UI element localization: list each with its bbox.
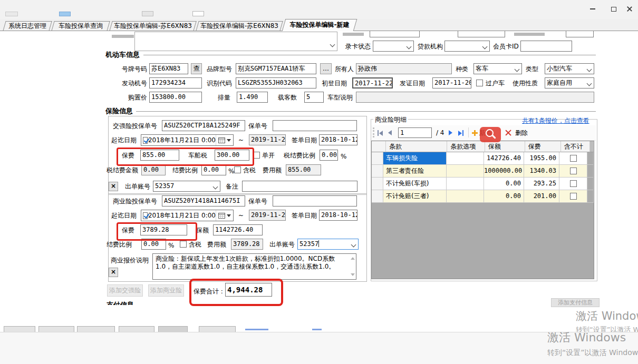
comm-with-tax-checkbox[interactable] [180,241,187,248]
ctp-tax-fee-rate-input[interactable]: 0.00 [320,150,338,161]
brand-more-button[interactable]: … [320,63,332,74]
table-row[interactable]: 第三者责任险 1000000.00 1340.03 [372,165,594,178]
comm-account-select[interactable]: 52357 [297,239,359,250]
scroll-down-icon[interactable] [351,273,355,276]
loan-org-select[interactable] [444,41,490,52]
ctp-cert-label: 保单号 [248,121,267,131]
comm-policy-input[interactable]: ASUZ520Y1418A114675I [162,195,245,206]
ctp-vessel-tax-input[interactable]: 300.00 [215,150,249,161]
scroll-up-icon[interactable] [351,257,355,260]
tab-policy-edit-1[interactable]: 车险投保单编辑-苏E6XN83 [109,21,196,31]
kind-select[interactable]: 客车 [473,63,522,74]
total-premium-field: 4,944.28 [225,283,272,297]
date-enabled-checkbox[interactable] [143,212,148,219]
maximize-button[interactable] [605,1,622,17]
type-label: 类型 [526,64,538,74]
nav-next-icon [449,130,452,135]
ctp-sign-input[interactable]: 2018-10-12 [319,134,357,145]
close-button[interactable] [621,1,638,17]
column-header[interactable]: 含不计 [561,141,590,152]
column-header[interactable]: 条款 [386,141,447,152]
waiver-checkbox[interactable] [570,193,577,200]
comm-premium-input[interactable]: 3789.28 [140,224,187,235]
comm-fee-rate-input[interactable]: 0.00 [141,239,166,250]
clause-cell[interactable]: 不计免赔(三者) [383,190,447,203]
calendar-dropdown-button[interactable] [216,210,233,221]
record-status-select[interactable] [373,41,414,52]
chevron-down-icon [587,81,592,86]
displacement-input[interactable]: 1.490 [237,92,268,103]
usage-select[interactable]: 家庭自用 [545,77,594,88]
ctp-fee-field: 855.00 [286,164,321,175]
comm-quote-textarea[interactable]: 商业险：新保或上年发生1次赔款，标准折扣1.0000。NCD系数1.0，自主渠道… [152,253,356,280]
ctp-cert-input[interactable] [273,120,357,131]
ctp-note-input[interactable] [242,181,357,192]
ctp-policy-input[interactable]: ASUZ520CTP18A125249F [162,120,245,131]
clause-cell[interactable]: 车辆损失险 [383,152,447,165]
nav-prev-button[interactable] [388,130,392,135]
issue-date-input[interactable]: 2017-11-20 [432,77,471,88]
quote-count-link[interactable]: 共有1条报价，点击查看 [522,116,589,125]
chevron-down-icon [227,214,231,217]
member-card-input[interactable] [520,41,572,52]
engine-input[interactable]: 172934234 [149,77,202,88]
tab-system-log[interactable]: 系统日志管理 [3,21,52,31]
seats-label: 载客数 [278,92,297,103]
comm-clear-button[interactable]: × [109,268,118,277]
ctp-clear-button[interactable]: × [109,182,118,191]
comm-cert-label: 保单号 [248,196,267,206]
comm-cert-input[interactable] [273,195,357,206]
nav-prev-icon [388,130,392,135]
delete-row-button[interactable]: 删除 [515,127,528,138]
vin-input[interactable]: LSGZR5355JH032063 [236,77,316,88]
comm-amount-input[interactable]: 1142726.40 [213,224,263,235]
clipped-field-fragment [566,31,594,37]
page-number-input[interactable]: 1 [398,127,432,138]
type-select[interactable]: 小型汽车 [545,63,594,74]
plate-input[interactable]: 苏E6XN83 [149,63,188,74]
first-reg-input[interactable]: 2017-11-22 [352,77,393,88]
nav-last-button[interactable] [458,130,463,136]
waiver-checkbox[interactable] [570,168,577,174]
ctp-account-select[interactable]: 52357 [153,181,220,192]
waiver-checkbox[interactable] [570,155,577,162]
ctp-with-tax-checkbox[interactable] [234,166,241,173]
comm-sign-input[interactable]: 2018-10-12 [319,210,357,221]
ctp-tax-fee-rate-label: 税结费比例 [284,150,315,161]
add-commercial-button: 添加商业险 [148,284,184,297]
comm-start-date-picker[interactable]: 2018年11月21日 0:00 [141,210,234,221]
table-row[interactable]: 不计免赔(车损) 0.00 293.25 [372,178,594,190]
nav-next-button[interactable] [449,130,452,135]
column-header[interactable]: 条款选项 [447,141,485,152]
comm-fee-label: 费用额 [207,239,226,250]
clause-cell[interactable]: 不计免赔(车损) [383,178,447,190]
clipped-label-fragment [343,33,364,36]
date-enabled-checkbox[interactable] [143,137,148,144]
tab-policy-query[interactable]: 车险投保单查询 [51,21,110,31]
plate-query-button[interactable]: 查 [191,63,202,74]
brand-input[interactable]: 别克SGM7157EAA1轿车 [236,63,316,74]
waiver-checkbox[interactable] [570,180,577,187]
remark-combobox[interactable] [134,32,337,51]
column-header[interactable]: 保费 [525,141,561,152]
table-row[interactable]: 车辆损失险 142726.40 1955.00 [372,152,594,165]
ctp-fee-rate-input[interactable]: 0.00 [201,164,226,175]
ctp-premium-input[interactable]: 855.00 [140,150,179,161]
table-row[interactable]: 不计免赔(三者) 0.00 201.00 [372,190,594,203]
transfer-checkbox[interactable] [476,80,483,86]
seats-input[interactable]: 5 [304,92,324,103]
insurance-section-title: 保险信息 [105,106,133,116]
price-label: 购置价 [128,92,147,103]
clause-cell[interactable]: 第三者责任险 [383,165,447,178]
minimize-button[interactable] [584,1,601,17]
column-header[interactable]: 保额 [485,141,525,152]
nav-first-button[interactable] [378,130,383,136]
comm-fee-rate-label: 结费比例 [107,239,132,250]
tab-policy-edit-new[interactable]: 车险投保单编辑-新建 [282,19,357,31]
calendar-dropdown-button[interactable] [216,135,233,145]
ctp-single-checkbox[interactable] [253,152,260,159]
tab-policy-edit-2[interactable]: 车险投保单编辑-苏E6XN83 [196,21,283,31]
clipped-toolbar-fragment [142,11,153,16]
price-input[interactable]: 153800.00 [149,92,202,103]
ctp-start-date-picker[interactable]: 2018年11月21日 0:00 [141,134,234,146]
